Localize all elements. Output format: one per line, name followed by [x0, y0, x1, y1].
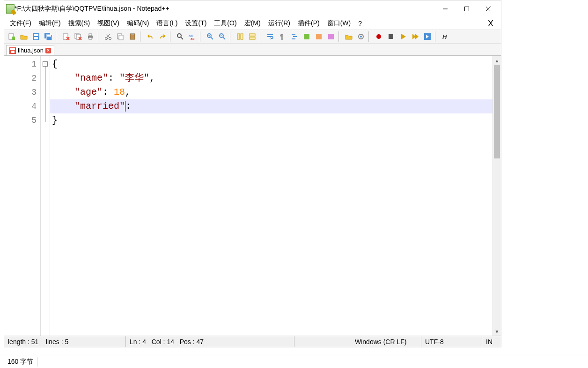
menu-tools[interactable]: 工具(O) [211, 18, 239, 29]
svg-point-55 [376, 34, 381, 39]
record-macro-button[interactable] [373, 31, 384, 42]
menu-plugins[interactable]: 插件(P) [295, 18, 323, 29]
svg-rect-52 [328, 34, 334, 39]
app-icon [6, 4, 15, 14]
save-button[interactable] [30, 31, 42, 42]
play-macro-button[interactable] [397, 31, 409, 42]
close-file-button[interactable] [60, 31, 72, 42]
scroll-down-button[interactable]: ▼ [493, 327, 501, 336]
stop-macro-button[interactable] [385, 31, 397, 42]
svg-rect-7 [34, 34, 38, 36]
svg-rect-21 [89, 38, 92, 39]
tab-close-button[interactable]: × [45, 48, 51, 53]
user-lang-button[interactable] [301, 31, 312, 42]
folder-button[interactable] [343, 31, 354, 42]
menubar: 文件(F) 编辑(E) 搜索(S) 视图(V) 编码(N) 语言(L) 设置(T… [4, 17, 501, 30]
menu-macro[interactable]: 宏(M) [242, 18, 264, 29]
svg-rect-51 [316, 34, 322, 39]
paste-button[interactable] [127, 31, 138, 42]
undo-button[interactable] [145, 31, 156, 42]
line-number-gutter: 1 2 3 4 5 [4, 56, 41, 336]
line-number: 2 [4, 71, 37, 85]
scroll-thumb[interactable] [494, 65, 500, 158]
svg-rect-29 [131, 33, 134, 35]
doc-map-button[interactable] [313, 31, 324, 42]
find-button[interactable] [175, 31, 186, 42]
svg-point-22 [105, 38, 108, 40]
sync-h-button[interactable] [247, 31, 258, 42]
svg-text:¶: ¶ [280, 33, 284, 40]
menu-help[interactable]: ? [355, 18, 365, 29]
svg-rect-5 [12, 37, 15, 40]
code-line-current: "married": [50, 99, 492, 113]
svg-rect-50 [304, 34, 309, 39]
function-list-button[interactable] [325, 31, 337, 42]
zoom-out-button[interactable] [217, 31, 228, 42]
status-position: Ln : 4 Col : 14 Pos : 47 [126, 336, 294, 347]
scroll-up-button[interactable]: ▲ [493, 56, 501, 65]
svg-line-35 [211, 37, 213, 39]
code-line: } [50, 113, 492, 128]
svg-line-24 [107, 34, 110, 38]
redo-button[interactable] [157, 31, 168, 42]
maximize-button[interactable] [456, 2, 478, 16]
cut-button[interactable] [103, 31, 114, 42]
close-all-button[interactable] [73, 31, 84, 42]
fold-column: − [41, 56, 50, 336]
code-area[interactable]: { "name": "李华", "age": 18, "married": } [50, 56, 492, 336]
fold-guide [45, 67, 45, 122]
print-button[interactable] [85, 31, 96, 42]
file-tab[interactable]: lihua.json × [6, 45, 54, 55]
menu-view[interactable]: 视图(V) [95, 18, 122, 29]
scroll-track[interactable] [493, 65, 501, 327]
svg-rect-27 [119, 35, 123, 40]
menu-file[interactable]: 文件(F) [7, 18, 34, 29]
line-number: 4 [4, 99, 37, 113]
menu-settings[interactable]: 设置(T) [182, 18, 209, 29]
svg-rect-20 [89, 34, 92, 36]
svg-rect-8 [34, 37, 38, 39]
monitor-button[interactable] [355, 31, 367, 42]
titlebar: *F:\大四秋学期\自学\QQTPVE\lihua.json - Notepad… [4, 0, 501, 17]
menu-language[interactable]: 语言(L) [154, 18, 180, 29]
fold-toggle-icon[interactable]: − [43, 61, 48, 67]
save-all-button[interactable] [43, 31, 54, 42]
menubar-close-button[interactable]: X [483, 19, 498, 29]
open-file-button[interactable] [18, 31, 29, 42]
notepadpp-window: *F:\大四秋学期\自学\QQTPVE\lihua.json - Notepad… [4, 0, 501, 347]
menu-encoding[interactable]: 编码(N) [124, 18, 152, 29]
menu-run[interactable]: 运行(R) [265, 18, 293, 29]
unsaved-icon [9, 47, 16, 54]
menu-search[interactable]: 搜索(S) [66, 18, 93, 29]
svg-point-54 [360, 36, 362, 38]
zoom-in-button[interactable] [205, 31, 216, 42]
sync-v-button[interactable] [235, 31, 246, 42]
svg-rect-41 [237, 34, 240, 39]
play-multi-button[interactable] [410, 31, 421, 42]
line-number: 1 [4, 57, 37, 71]
minimize-button[interactable] [434, 2, 456, 16]
vertical-scrollbar[interactable]: ▲ ▼ [492, 56, 501, 336]
close-window-button[interactable] [478, 2, 499, 16]
svg-rect-1 [465, 7, 469, 11]
wordwrap-button[interactable] [265, 31, 276, 42]
menu-window[interactable]: 窗口(W) [324, 18, 354, 29]
copy-button[interactable] [115, 31, 126, 42]
host-bytes: 160 字节 [7, 358, 33, 366]
window-controls [434, 2, 499, 16]
editor: 1 2 3 4 5 − { "name": "李华", "age": 18, "… [4, 56, 501, 336]
toolbar: abac ¶ H [4, 30, 501, 44]
svg-rect-56 [389, 34, 393, 39]
new-file-button[interactable] [6, 31, 17, 42]
code-line: { [50, 57, 492, 71]
replace-button[interactable]: abac [187, 31, 198, 42]
status-encoding[interactable]: UTF-8 [421, 336, 482, 347]
show-all-chars-button[interactable]: ¶ [277, 31, 288, 42]
menu-edit[interactable]: 编辑(E) [36, 18, 64, 29]
indent-guide-button[interactable] [289, 31, 300, 42]
svg-rect-11 [47, 35, 51, 37]
save-macro-button[interactable] [422, 31, 433, 42]
h-icon-button[interactable]: H [440, 31, 451, 42]
status-insert-mode[interactable]: IN [482, 336, 501, 347]
status-eol[interactable]: Windows (CR LF) [351, 336, 421, 347]
